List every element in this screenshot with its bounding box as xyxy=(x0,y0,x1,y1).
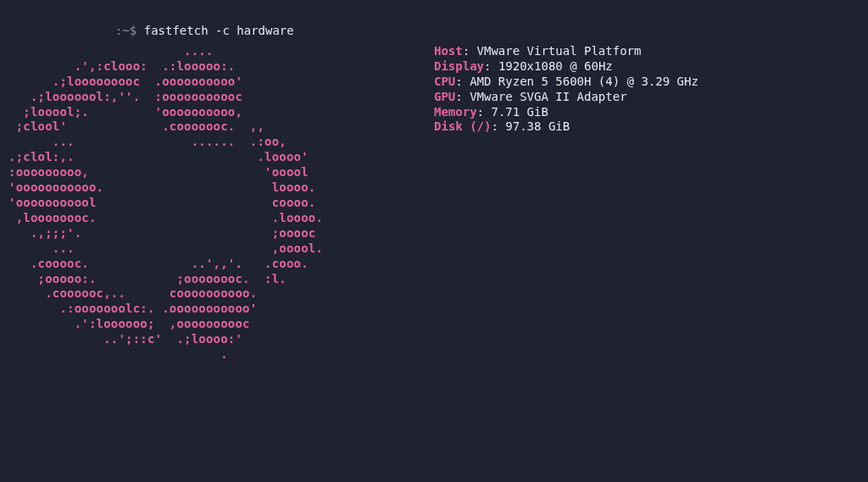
info-cpu: CPU: AMD Ryzen 5 5600H (4) @ 3.29 GHz xyxy=(434,75,868,90)
shell-prompt: :~$ fastfetch -c hardware xyxy=(115,24,868,39)
value-disk: 97.38 GiB xyxy=(505,119,570,133)
prompt-command: fastfetch -c hardware xyxy=(144,24,294,37)
label-disk: Disk xyxy=(434,119,463,133)
info-gpu: GPU: VMware SVGA II Adapter xyxy=(434,90,868,105)
label-cpu: CPU xyxy=(434,75,455,88)
paren-disk: (/) xyxy=(470,119,491,133)
info-disk: Disk (/): 97.38 GiB xyxy=(434,119,868,135)
info-display: Display: 1920x1080 @ 60Hz xyxy=(434,59,868,75)
ascii-column: .... .',:clooo: .:looooo:. .;looooooooc … xyxy=(0,44,424,363)
prompt-prefix: :~$ xyxy=(115,24,144,37)
value-memory: 7.71 GiB xyxy=(491,105,548,119)
value-display: 1920x1080 @ 60Hz xyxy=(498,59,613,73)
value-gpu: VMware SVGA II Adapter xyxy=(470,90,626,103)
label-gpu: GPU xyxy=(434,90,455,103)
value-host: VMware Virtual Platform xyxy=(477,44,642,58)
info-column: Host: VMware Virtual Platform Display: 1… xyxy=(424,44,868,363)
ascii-logo: .... .',:clooo: .:looooo:. .;looooooooc … xyxy=(8,44,424,363)
label-host: Host xyxy=(434,44,463,58)
fastfetch-output: .... .',:clooo: .:looooo:. .;looooooooc … xyxy=(0,44,868,363)
label-memory: Memory xyxy=(434,105,477,119)
info-host: Host: VMware Virtual Platform xyxy=(434,44,868,59)
label-display: Display xyxy=(434,59,484,73)
value-cpu: AMD Ryzen 5 5600H (4) @ 3.29 GHz xyxy=(470,75,698,88)
info-memory: Memory: 7.71 GiB xyxy=(434,105,868,120)
